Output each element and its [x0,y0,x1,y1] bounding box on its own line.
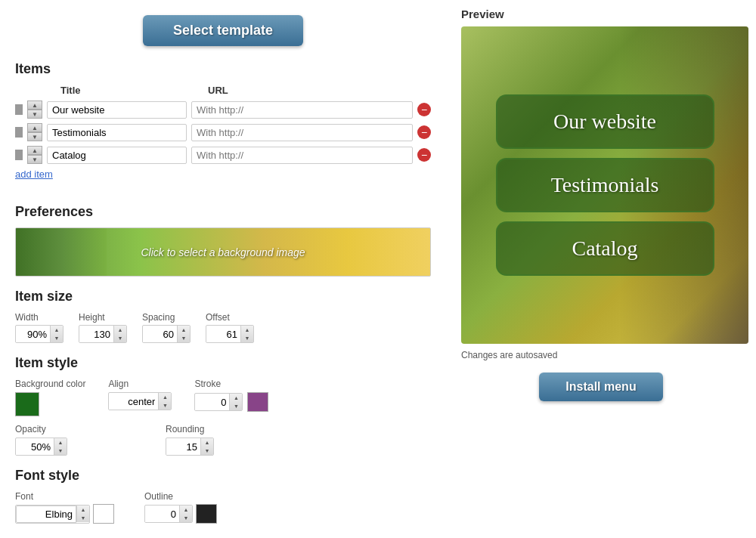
opacity-label: Opacity [15,424,67,434]
add-item-link[interactable]: add item [15,169,53,180]
rounding-field: Rounding ▲ ▼ [166,424,214,456]
font-field: Font ▲ ▼ [15,491,114,524]
stroke-color-swatch[interactable] [247,392,268,412]
opacity-spinner: ▲ ▼ [15,438,67,456]
font-style-title: Font style [15,468,431,484]
height-label: Height [79,312,127,323]
drag-handle[interactable] [15,104,23,115]
offset-input[interactable] [206,326,240,342]
spacing-field: Spacing ▲ ▼ [142,312,191,343]
outline-arrows: ▲ ▼ [179,506,192,522]
stroke-spinner: ▲ ▼ [194,393,243,411]
align-arrows: ▲ ▼ [158,393,171,410]
item-size-section: Item size Width ▲ ▼ Height [15,289,431,343]
row-arrows: ▲ ▼ [27,123,42,141]
height-spinner: ▲ ▼ [79,325,127,343]
item-url-input[interactable] [191,124,413,141]
outline-spinner: ▲ ▼ [144,505,193,523]
row-arrows: ▲ ▼ [27,146,42,164]
opacity-field: Opacity ▲ ▼ [15,424,67,456]
item-title-input[interactable] [47,101,187,119]
preview-btn-3: Catalog [496,221,714,276]
table-row: ▲ ▼ − [15,100,431,119]
arrow-down-btn[interactable]: ▼ [27,132,42,141]
rounding-label: Rounding [166,424,214,434]
offset-down-btn[interactable]: ▼ [241,334,253,342]
bg-image-label: Click to select a background image [141,246,305,258]
remove-item-button[interactable]: − [417,125,431,139]
opacity-down-btn[interactable]: ▼ [54,447,67,455]
spacing-arrows: ▲ ▼ [177,326,190,342]
arrow-up-btn[interactable]: ▲ [27,146,42,155]
font-up-btn[interactable]: ▲ [77,506,89,514]
bg-color-field: Background color [15,379,85,416]
drag-handle[interactable] [15,127,23,138]
height-input[interactable] [79,326,113,342]
stroke-input[interactable] [195,394,229,410]
spacing-down-btn[interactable]: ▼ [178,334,190,342]
font-label: Font [15,491,114,502]
height-down-btn[interactable]: ▼ [114,334,126,342]
arrow-down-btn[interactable]: ▼ [27,110,42,119]
item-title-input[interactable] [47,147,187,164]
width-up-btn[interactable]: ▲ [51,326,63,334]
install-menu-button[interactable]: Install menu [539,373,662,401]
right-panel: Preview Our website Testimonials Catalog… [454,8,748,536]
drag-handle[interactable] [15,150,23,160]
align-input[interactable] [109,394,158,410]
align-up-btn[interactable]: ▲ [159,393,171,401]
outline-up-btn[interactable]: ▲ [180,506,192,514]
offset-up-btn[interactable]: ▲ [241,326,253,334]
width-down-btn[interactable]: ▼ [51,334,63,342]
width-spinner: ▲ ▼ [15,325,64,343]
remove-item-button[interactable]: − [417,148,431,162]
stroke-down-btn[interactable]: ▼ [230,402,242,410]
preview-image: Our website Testimonials Catalog [461,26,748,344]
col-title-header: Title [60,85,200,96]
item-url-input[interactable] [191,147,413,164]
item-style-title: Item style [15,355,431,371]
item-style-section: Item style Background color Align ▲ ▼ [15,355,431,456]
outline-down-btn[interactable]: ▼ [180,514,192,522]
bg-image-selector[interactable]: Click to select a background image [15,227,431,277]
rounding-arrows: ▲ ▼ [200,438,213,455]
opacity-input[interactable] [16,439,54,455]
spacing-up-btn[interactable]: ▲ [178,326,190,334]
outline-input-wrap: ▲ ▼ [144,504,217,524]
font-row: Font ▲ ▼ Outline [15,491,431,524]
spacing-input[interactable] [143,326,177,342]
item-url-input[interactable] [191,101,413,119]
font-arrows: ▲ ▼ [76,506,89,522]
font-input-wrap: ▲ ▼ [15,504,114,524]
item-title-input[interactable] [47,124,187,141]
rounding-up-btn[interactable]: ▲ [201,438,213,447]
row-arrows: ▲ ▼ [27,100,42,119]
outline-color-swatch[interactable] [196,504,217,524]
rounding-input[interactable] [166,439,200,455]
align-down-btn[interactable]: ▼ [159,401,171,410]
opacity-up-btn[interactable]: ▲ [54,438,67,447]
items-section: Items Title URL ▲ ▼ − ▲ [15,61,431,192]
height-arrows: ▲ ▼ [113,326,126,342]
select-template-button[interactable]: Select template [143,15,303,46]
offset-arrows: ▲ ▼ [240,326,253,342]
font-color-swatch[interactable] [93,504,114,524]
arrow-up-btn[interactable]: ▲ [27,100,42,110]
width-input[interactable] [16,326,50,342]
bg-color-swatch[interactable] [15,392,39,416]
rounding-down-btn[interactable]: ▼ [201,447,213,455]
font-name-input[interactable] [16,506,76,523]
arrow-up-btn[interactable]: ▲ [27,123,42,132]
autosave-text: Changes are autosaved [461,350,741,360]
preview-btn-1: Our website [496,94,714,149]
align-spinner: ▲ ▼ [108,392,172,410]
font-down-btn[interactable]: ▼ [77,514,89,522]
arrow-down-btn[interactable]: ▼ [27,155,42,164]
stroke-up-btn[interactable]: ▲ [230,394,242,402]
height-field: Height ▲ ▼ [79,312,127,343]
style-row-2: Opacity ▲ ▼ Rounding ▲ [15,424,431,456]
stroke-label: Stroke [194,379,268,389]
remove-item-button[interactable]: − [417,103,431,116]
height-up-btn[interactable]: ▲ [114,326,126,334]
outline-input[interactable] [145,506,179,522]
